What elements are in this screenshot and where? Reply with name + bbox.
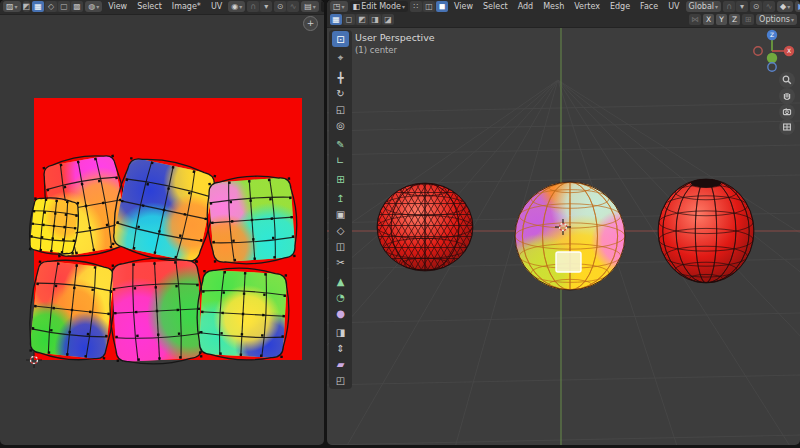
gizmo-minus-x-axis[interactable] [754, 47, 762, 55]
editor-type-button[interactable]: ◳▾ [330, 1, 348, 12]
menu-image[interactable]: Image* [168, 2, 205, 11]
viewport-canvas[interactable]: ZX [327, 0, 800, 445]
tool-bevel[interactable]: ◇ [332, 222, 349, 238]
tool-annotate[interactable]: ✎ [332, 136, 349, 152]
options-dropdown[interactable]: Options▾ [756, 14, 797, 25]
uv-select-edge-button[interactable]: ◇ [45, 1, 57, 12]
mirror-y-button[interactable]: Y [716, 14, 727, 25]
snap-magnet-icon[interactable]: ∩ [247, 1, 259, 12]
image-name-field[interactable]: spheretexture [321, 1, 324, 12]
falloff-icon[interactable]: ∿ [763, 1, 775, 12]
pivot-dropdown[interactable]: ◉▾ [228, 1, 245, 12]
snap-grid-icon[interactable]: ⊞ [742, 14, 754, 25]
menu-face[interactable]: Face [636, 2, 662, 11]
tool-select-box[interactable]: ⊡ [332, 31, 349, 47]
uv-island[interactable] [26, 257, 119, 364]
proportional-group: ⊙ ∿ [274, 1, 299, 12]
tool-move[interactable]: ╋ [332, 69, 349, 85]
snap-target-dropdown[interactable]: ▾ [260, 1, 272, 12]
uv-island[interactable] [27, 196, 81, 257]
viewport-zoom-button[interactable] [779, 72, 795, 88]
overlay-toggle-1-icon[interactable]: ▦ [330, 14, 342, 25]
orientation-dropdown[interactable]: Global▾ [686, 1, 722, 12]
uv-image-editor: ▨▾ ◩ ▦ ◇ ▢ ▩ ◍▾ View Select Image* UV ◉▾… [0, 0, 324, 445]
menu-select[interactable]: Select [479, 2, 512, 11]
overlay-toggle-3-icon[interactable]: ◩ [356, 14, 368, 25]
image-icon: ▤ [304, 1, 312, 12]
tool-extrude-region[interactable]: ↥ [332, 190, 349, 206]
snap-magnet-icon[interactable]: ∩ [723, 1, 735, 12]
menu-view[interactable]: View [104, 2, 131, 11]
tool-rotate[interactable]: ↻ [332, 85, 349, 101]
falloff-icon[interactable]: ∿ [287, 1, 299, 12]
uv-select-island-button[interactable]: ▩ [71, 1, 83, 12]
menu-edge[interactable]: Edge [606, 2, 634, 11]
vertex-select-button[interactable]: ∷ [410, 1, 422, 12]
proportional-editing-icon[interactable]: ⊙ [750, 1, 762, 12]
sticky-icon: ◍ [88, 1, 95, 12]
edge-select-button[interactable]: ◫ [423, 1, 435, 12]
uv-select-vertex-button[interactable]: ▦ [32, 1, 44, 12]
gizmo-y-axis[interactable] [767, 53, 777, 63]
tool-poly-build[interactable]: ▲ [332, 273, 349, 289]
tool-transform[interactable]: ◎ [332, 117, 349, 133]
svg-text:Z: Z [770, 31, 774, 38]
tool-cursor[interactable]: ⌖ [332, 50, 349, 66]
chevron-down-icon: ▾ [239, 1, 242, 12]
menu-add[interactable]: Add [514, 2, 538, 11]
mirror-x-button[interactable]: X [703, 14, 714, 25]
tool-shrink-fatten[interactable]: ⇕ [332, 340, 349, 356]
tool-knife[interactable]: ✂ [332, 254, 349, 270]
snap-target-dropdown[interactable]: ▾ [736, 1, 748, 12]
sphere-red-wire[interactable] [377, 183, 473, 271]
tool-loop-cut[interactable]: ◫ [332, 238, 349, 254]
snap-group: ∩ ▾ [723, 1, 748, 12]
tool-edge-slide[interactable]: ◨ [332, 324, 349, 340]
overlay-toggle-2-icon[interactable]: ◻ [343, 14, 355, 25]
menu-vertex[interactable]: Vertex [570, 2, 604, 11]
sidebar-expand-button[interactable]: + [303, 16, 318, 31]
sticky-selection-dropdown[interactable]: ◍▾ [85, 1, 102, 12]
gizmo-minus-z-axis[interactable] [768, 63, 776, 71]
pivot-icon: ◆ [780, 1, 786, 12]
tool-rip-region[interactable]: ◰ [332, 372, 349, 388]
uv-island[interactable] [107, 256, 206, 367]
menu-view[interactable]: View [450, 2, 477, 11]
viewport-pan-button[interactable] [779, 88, 795, 104]
menu-mesh[interactable]: Mesh [539, 2, 568, 11]
mirror-z-button[interactable]: Z [729, 14, 740, 25]
overlay-toggle-group: ▦ ◻ ◩ ◨ ◪ [330, 14, 394, 25]
uv-island[interactable] [195, 266, 291, 362]
uv-select-face-button[interactable]: ▢ [58, 1, 70, 12]
tool-measure[interactable]: ∟ [332, 152, 349, 168]
viewport-camera-button[interactable] [779, 104, 795, 120]
selected-face[interactable] [556, 252, 581, 272]
menu-uv[interactable]: UV [207, 2, 226, 11]
tool-smooth[interactable]: ● [332, 305, 349, 321]
face-select-button[interactable]: ◼ [436, 1, 448, 12]
tool-spin[interactable]: ◔ [332, 289, 349, 305]
tool-scale[interactable]: ◱ [332, 101, 349, 117]
viewport-perspective-button[interactable] [779, 119, 795, 135]
overlay-toggle-4-icon[interactable]: ◨ [369, 14, 381, 25]
editor-type-button[interactable]: ▨▾ [3, 1, 21, 12]
axis-gizmo[interactable]: ZX [754, 30, 794, 71]
image-browse-dropdown[interactable]: ▤▾ [301, 1, 319, 12]
chevron-down-icon: ▾ [342, 1, 345, 12]
display-channels-icon[interactable]: ◩ [23, 1, 31, 12]
sphere-textured[interactable] [515, 182, 625, 290]
gizmos-dropdown[interactable]: ▶▾ [795, 1, 800, 12]
menu-uv[interactable]: UV [664, 2, 683, 11]
overlay-toggle-5-icon[interactable]: ◪ [382, 14, 394, 25]
tool-add-cube[interactable]: ⊞ [332, 171, 349, 187]
mode-dropdown[interactable]: ◧Edit Mode▾ [350, 1, 408, 12]
uv-canvas[interactable] [0, 0, 324, 445]
menu-select[interactable]: Select [133, 2, 166, 11]
viewport-header: ◳▾ ◧Edit Mode▾ ∷ ◫ ◼ View Select Add Mes… [327, 0, 800, 28]
tool-inset-faces[interactable]: ▣ [332, 206, 349, 222]
proportional-editing-icon[interactable]: ⊙ [274, 1, 286, 12]
uv-island[interactable] [204, 173, 299, 266]
sphere-red-smooth[interactable] [658, 179, 754, 283]
transform-pivot-dropdown[interactable]: ◆▾ [777, 1, 793, 12]
tool-shear[interactable]: ▰ [332, 356, 349, 372]
